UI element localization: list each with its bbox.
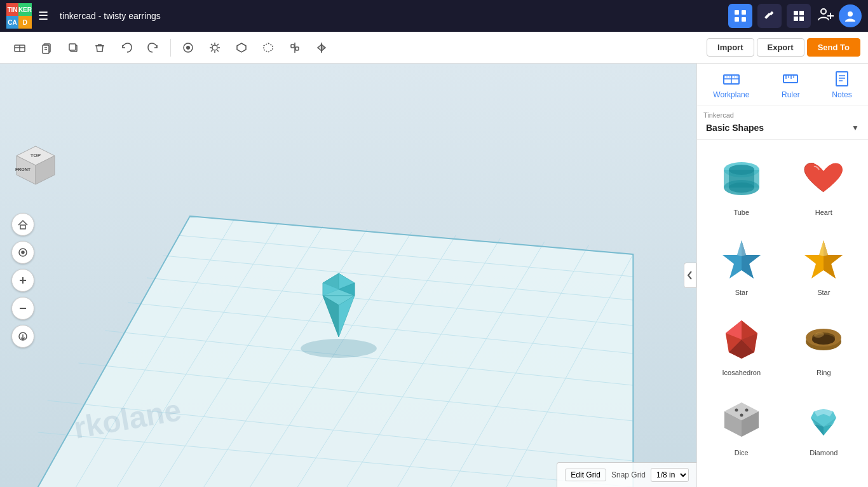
svg-rect-22 <box>69 44 76 50</box>
mirror-btn[interactable] <box>309 36 334 60</box>
svg-point-10 <box>821 9 826 14</box>
shape-star-gold[interactable]: Star <box>786 230 862 300</box>
send-to-button[interactable]: Send To <box>807 38 860 57</box>
duplicate-btn[interactable] <box>61 36 85 60</box>
svg-point-13 <box>848 11 853 17</box>
logo-ker: KER <box>18 3 32 16</box>
shape-diamond[interactable]: Diamond <box>786 390 862 460</box>
align-btn[interactable] <box>283 36 307 60</box>
svg-marker-42 <box>322 45 325 51</box>
ring-label: Ring <box>817 369 831 376</box>
logo-tin: TIN <box>6 3 18 16</box>
star-blue-canvas <box>716 234 767 285</box>
shapes-set-selector[interactable]: Basic Shapes ▼ <box>703 121 862 134</box>
svg-rect-0 <box>735 10 739 15</box>
svg-rect-48 <box>20 225 25 229</box>
logo-d: D <box>18 16 32 29</box>
download-btn[interactable] <box>11 325 34 348</box>
svg-point-129 <box>735 409 738 412</box>
workplane-btn[interactable]: Workplane <box>713 70 749 99</box>
svg-rect-9 <box>799 17 804 21</box>
svg-rect-8 <box>794 17 798 21</box>
shapes-row-2: Icosahedron Ring <box>697 305 868 385</box>
camera-btn[interactable] <box>176 36 200 60</box>
svg-marker-110 <box>742 240 761 278</box>
outline-btn[interactable] <box>256 36 280 60</box>
svg-rect-1 <box>742 10 746 15</box>
svg-rect-38 <box>291 45 294 48</box>
shapes-row-0: Tube Heart <box>697 145 868 225</box>
toolbar-divider <box>170 39 171 57</box>
blocks-btn[interactable] <box>787 4 811 28</box>
clipboard-btn[interactable] <box>34 36 58 60</box>
svg-point-130 <box>745 409 748 412</box>
svg-line-32 <box>217 50 219 51</box>
svg-rect-2 <box>735 17 739 22</box>
shape-icosahedron[interactable]: Icosahedron <box>703 310 780 380</box>
star-gold-label: Star <box>817 289 830 296</box>
logo: TIN KER CA D <box>6 3 32 29</box>
star-blue-label: Star <box>735 289 748 296</box>
toolbar: Import Export Send To <box>0 32 868 64</box>
snap-grid-select[interactable]: 1/8 in 1/4 in 1/2 in 1 in <box>651 468 689 482</box>
icosahedron-canvas <box>716 314 767 365</box>
topbar-actions <box>728 4 862 28</box>
left-tools <box>5 156 40 354</box>
undo-btn[interactable] <box>114 36 139 60</box>
heart-label: Heart <box>815 209 832 216</box>
shape-tube[interactable]: Tube <box>703 150 780 220</box>
redo-btn[interactable] <box>141 36 165 60</box>
shapes-grid: Tube Heart <box>697 140 868 487</box>
topbar: TIN KER CA D ☰ tinkercad - twisty earrin… <box>0 0 868 32</box>
svg-point-26 <box>212 45 217 50</box>
shape-dice[interactable]: Dice <box>703 390 780 460</box>
home-btn[interactable] <box>11 213 34 236</box>
svg-marker-35 <box>237 43 246 52</box>
svg-marker-36 <box>264 43 273 52</box>
shape-view-btn[interactable] <box>229 36 254 60</box>
viewport-bottom-bar: Edit Grid Snap Grid 1/8 in 1/4 in 1/2 in… <box>557 462 696 487</box>
notes-btn[interactable]: Notes <box>832 70 851 99</box>
ruler-btn[interactable]: Ruler <box>782 70 800 99</box>
import-button[interactable]: Import <box>707 38 754 57</box>
light-btn[interactable] <box>203 36 227 60</box>
svg-line-34 <box>211 50 213 51</box>
viewport[interactable]: TOP FRONT <box>0 64 696 487</box>
edit-grid-button[interactable]: Edit Grid <box>565 469 606 481</box>
svg-rect-99 <box>836 72 848 86</box>
add-user-button[interactable] <box>816 5 834 27</box>
collapse-panel-btn[interactable] <box>684 263 696 288</box>
chevron-down-icon: ▼ <box>851 123 859 132</box>
show-hide-workplane-btn[interactable] <box>8 36 32 60</box>
shapes-row-3: Dice <box>697 385 868 465</box>
hammer-btn[interactable] <box>757 4 782 28</box>
grid-view-btn[interactable] <box>728 4 752 28</box>
delete-btn[interactable] <box>88 36 112 60</box>
svg-marker-113 <box>824 240 843 278</box>
shape-ring[interactable]: Ring <box>786 310 862 380</box>
export-button[interactable]: Export <box>757 38 804 57</box>
star-gold-canvas <box>798 234 849 285</box>
svg-marker-41 <box>318 45 322 51</box>
svg-rect-7 <box>799 11 804 15</box>
svg-point-25 <box>186 46 190 50</box>
avatar-button[interactable] <box>839 4 862 27</box>
svg-point-50 <box>22 251 24 254</box>
svg-rect-108 <box>729 170 754 188</box>
zoom-out-btn[interactable] <box>11 297 34 320</box>
panel-icon-row: Workplane Ruler Notes <box>697 64 868 106</box>
svg-point-131 <box>740 414 743 417</box>
shape-star-blue[interactable]: Star <box>703 230 780 300</box>
fit-btn[interactable] <box>11 241 34 264</box>
logo-ca: CA <box>6 16 18 29</box>
list-icon: ☰ <box>38 9 48 23</box>
ruler-label: Ruler <box>782 90 800 99</box>
svg-rect-3 <box>742 17 746 22</box>
shape-heart[interactable]: Heart <box>786 150 862 220</box>
zoom-in-btn[interactable] <box>11 269 34 292</box>
grid-canvas: rkolane <box>0 64 696 487</box>
svg-line-31 <box>211 44 213 46</box>
snap-grid-label: Snap Grid <box>611 470 646 479</box>
svg-point-79 <box>301 339 377 358</box>
tube-canvas <box>716 154 767 205</box>
